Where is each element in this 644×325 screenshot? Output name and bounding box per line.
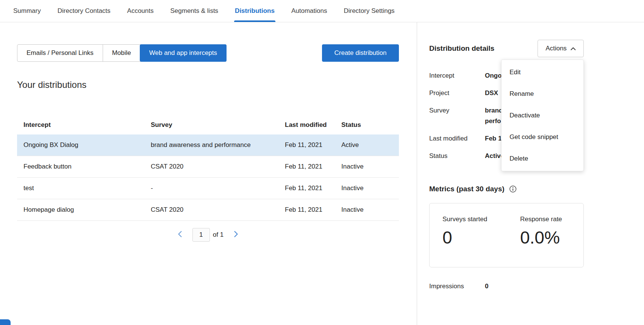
cell-survey: brand awareness and performance <box>151 141 285 149</box>
top-nav: Summary Directory Contacts Accounts Segm… <box>0 0 644 22</box>
chevron-left-icon <box>178 231 182 239</box>
actions-button-label: Actions <box>546 45 567 52</box>
cell-survey: CSAT 2020 <box>151 163 285 170</box>
cell-status: Active <box>341 141 399 149</box>
table-row[interactable]: test - Feb 11, 2021 Inactive <box>17 178 399 199</box>
column-header-status: Status <box>341 121 399 129</box>
cell-status: Inactive <box>341 184 399 192</box>
cell-survey: - <box>151 184 285 192</box>
feedback-widget[interactable] <box>0 319 11 325</box>
cell-intercept: Feedback button <box>17 163 151 170</box>
details-panel-header: Distribution details Actions <box>429 40 584 57</box>
page-count-label: of 1 <box>213 231 224 239</box>
tab-accounts[interactable]: Accounts <box>127 0 154 22</box>
metric-value: 0.0% <box>520 228 562 247</box>
field-label: Survey <box>429 105 485 127</box>
panel-divider <box>417 22 417 325</box>
distributions-table: Intercept Survey Last modified Status On… <box>17 116 399 221</box>
metric-surveys-started: Surveys started 0 <box>442 215 507 256</box>
cell-intercept: test <box>17 184 151 192</box>
tab-directory-contacts[interactable]: Directory Contacts <box>58 0 111 22</box>
channel-emails-personal-links[interactable]: Emails / Personal Links <box>17 45 103 61</box>
metric-response-rate: Response rate 0.0% <box>520 215 562 256</box>
page-number-input[interactable]: 1 <box>192 228 210 242</box>
chevron-up-icon <box>571 45 576 52</box>
table-row[interactable]: Feedback button CSAT 2020 Feb 11, 2021 I… <box>17 156 399 178</box>
page-title: Your distributions <box>17 80 86 90</box>
chevron-right-icon <box>234 231 238 239</box>
metric-label: Surveys started <box>442 215 507 224</box>
cell-last-modified: Feb 11, 2021 <box>285 141 341 149</box>
column-header-last-modified: Last modified <box>285 121 341 129</box>
next-page-button[interactable] <box>231 230 241 240</box>
actions-dropdown-menu: Edit Rename Deactivate Get code snippet … <box>501 59 584 171</box>
impressions-value: 0 <box>485 282 488 291</box>
metrics-card: Surveys started 0 Response rate 0.0% <box>429 203 584 267</box>
pagination: 1 of 1 <box>17 227 399 242</box>
field-label: Last modified <box>429 133 485 144</box>
field-label: Project <box>429 88 485 98</box>
metrics-title: Metrics (past 30 days) <box>429 185 505 193</box>
cell-status: Inactive <box>341 206 399 214</box>
previous-page-button[interactable] <box>175 230 185 240</box>
cell-last-modified: Feb 11, 2021 <box>285 163 341 170</box>
metric-value: 0 <box>442 228 507 247</box>
column-header-survey: Survey <box>151 121 285 129</box>
menu-item-delete[interactable]: Delete <box>502 148 583 169</box>
cell-intercept: Ongoing BX Dialog <box>17 141 151 149</box>
details-panel-title: Distribution details <box>429 44 494 53</box>
impressions-label: Impressions <box>429 282 485 291</box>
table-row[interactable]: Ongoing BX Dialog brand awareness and pe… <box>17 134 399 156</box>
metric-label: Response rate <box>520 215 562 224</box>
create-distribution-button[interactable]: Create distribution <box>322 44 399 62</box>
menu-item-get-code-snippet[interactable]: Get code snippet <box>502 126 583 148</box>
tab-automations[interactable]: Automations <box>291 0 327 22</box>
actions-button[interactable]: Actions <box>538 40 584 57</box>
distributions-page: Summary Directory Contacts Accounts Segm… <box>0 0 644 325</box>
channel-mobile[interactable]: Mobile <box>103 45 140 61</box>
tab-distributions[interactable]: Distributions <box>235 0 275 22</box>
cell-last-modified: Feb 11, 2021 <box>285 206 341 214</box>
info-icon[interactable] <box>509 185 517 193</box>
field-label: Status <box>429 151 485 161</box>
menu-item-deactivate[interactable]: Deactivate <box>502 105 583 126</box>
cell-intercept: Homepage dialog <box>17 206 151 214</box>
tab-summary[interactable]: Summary <box>13 0 41 22</box>
tab-directory-settings[interactable]: Directory Settings <box>344 0 394 22</box>
cell-last-modified: Feb 11, 2021 <box>285 184 341 192</box>
metrics-header: Metrics (past 30 days) <box>429 185 517 193</box>
cell-survey: CSAT 2020 <box>151 206 285 214</box>
menu-item-edit[interactable]: Edit <box>502 61 583 83</box>
channel-toggle-group: Emails / Personal Links Mobile Web and a… <box>17 44 227 62</box>
menu-item-rename[interactable]: Rename <box>502 83 583 105</box>
tab-segments-lists[interactable]: Segments & lists <box>170 0 219 22</box>
cell-status: Inactive <box>341 163 399 170</box>
channel-web-app-intercepts[interactable]: Web and app intercepts <box>140 44 227 62</box>
table-header-row: Intercept Survey Last modified Status <box>17 116 399 134</box>
table-row[interactable]: Homepage dialog CSAT 2020 Feb 11, 2021 I… <box>17 199 399 221</box>
field-label: Intercept <box>429 70 485 81</box>
column-header-intercept: Intercept <box>17 121 151 129</box>
impressions-row: Impressions 0 <box>429 282 584 291</box>
